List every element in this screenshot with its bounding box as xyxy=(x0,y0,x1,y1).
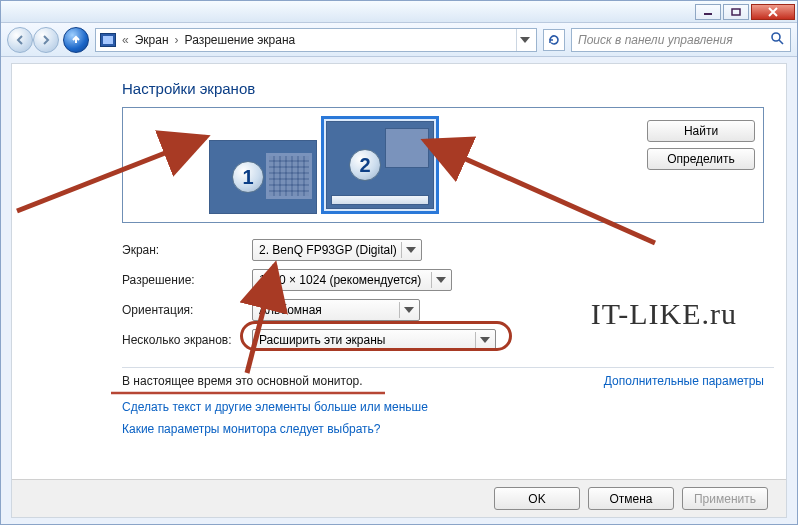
search-input[interactable]: Поиск в панели управления xyxy=(571,28,791,52)
svg-point-2 xyxy=(772,33,780,41)
monitor-badge: 2 xyxy=(349,149,381,181)
breadcrumb-dropdown[interactable] xyxy=(516,29,532,51)
taskbar-thumb xyxy=(331,195,429,205)
forward-button[interactable] xyxy=(33,27,59,53)
screen-label: Экран: xyxy=(122,243,252,257)
minimize-button[interactable] xyxy=(695,4,721,20)
chevron-icon: › xyxy=(175,33,179,47)
monitor-badge: 1 xyxy=(232,161,264,193)
orientation-select[interactable]: Альбомная xyxy=(252,299,420,321)
refresh-button[interactable] xyxy=(543,29,565,51)
apply-button[interactable]: Применить xyxy=(682,487,768,510)
chevron-down-icon xyxy=(399,302,417,318)
text-size-link[interactable]: Сделать текст и другие элементы больше и… xyxy=(122,400,774,414)
breadcrumb[interactable]: « Экран › Разрешение экрана xyxy=(95,28,537,52)
detect-button[interactable]: Определить xyxy=(647,148,755,170)
monitor-thumb xyxy=(385,128,429,168)
resolution-select[interactable]: 1280 × 1024 (рекомендуется) xyxy=(252,269,452,291)
breadcrumb-item[interactable]: Экран xyxy=(135,33,169,47)
monitor-1[interactable]: 1 xyxy=(209,140,317,214)
chevron-icon: « xyxy=(122,33,129,47)
divider xyxy=(122,367,774,368)
chevron-down-icon xyxy=(431,272,449,288)
monitor-thumb xyxy=(266,153,312,199)
titlebar xyxy=(1,1,797,23)
up-button[interactable] xyxy=(63,27,89,53)
window: « Экран › Разрешение экрана Поиск в пане… xyxy=(0,0,798,525)
close-button[interactable] xyxy=(751,4,795,20)
breadcrumb-item[interactable]: Разрешение экрана xyxy=(185,33,296,47)
chevron-down-icon xyxy=(475,332,493,348)
find-button[interactable]: Найти xyxy=(647,120,755,142)
monitor-2[interactable]: 2 xyxy=(326,121,434,209)
chevron-down-icon xyxy=(401,242,419,258)
monitor-preview-panel: 1 2 Найти Определить xyxy=(122,107,764,223)
search-icon xyxy=(770,31,784,48)
advanced-link[interactable]: Дополнительные параметры xyxy=(604,374,764,388)
orientation-label: Ориентация: xyxy=(122,303,252,317)
monitor-icon xyxy=(100,33,116,47)
svg-rect-0 xyxy=(704,13,712,15)
multi-label: Несколько экранов: xyxy=(122,333,252,347)
nav-buttons xyxy=(7,27,89,53)
content: Настройки экранов 1 2 Найти Определить xyxy=(11,63,787,518)
multi-select[interactable]: Расширить эти экраны xyxy=(252,329,496,351)
ok-button[interactable]: OK xyxy=(494,487,580,510)
dialog-footer: OK Отмена Применить xyxy=(12,479,786,517)
resolution-label: Разрешение: xyxy=(122,273,252,287)
back-button[interactable] xyxy=(7,27,33,53)
search-placeholder: Поиск в панели управления xyxy=(578,33,733,47)
svg-rect-1 xyxy=(732,9,740,15)
monitor-2-selected: 2 xyxy=(321,116,439,214)
settings-form: Экран: 2. BenQ FP93GP (Digital) Разрешен… xyxy=(122,235,774,355)
screen-select[interactable]: 2. BenQ FP93GP (Digital) xyxy=(252,239,422,261)
primary-monitor-note: В настоящее время это основной монитор. xyxy=(122,374,363,388)
navbar: « Экран › Разрешение экрана Поиск в пане… xyxy=(1,23,797,57)
help-link[interactable]: Какие параметры монитора следует выбрать… xyxy=(122,422,774,436)
page-title: Настройки экранов xyxy=(122,80,774,97)
cancel-button[interactable]: Отмена xyxy=(588,487,674,510)
maximize-button[interactable] xyxy=(723,4,749,20)
